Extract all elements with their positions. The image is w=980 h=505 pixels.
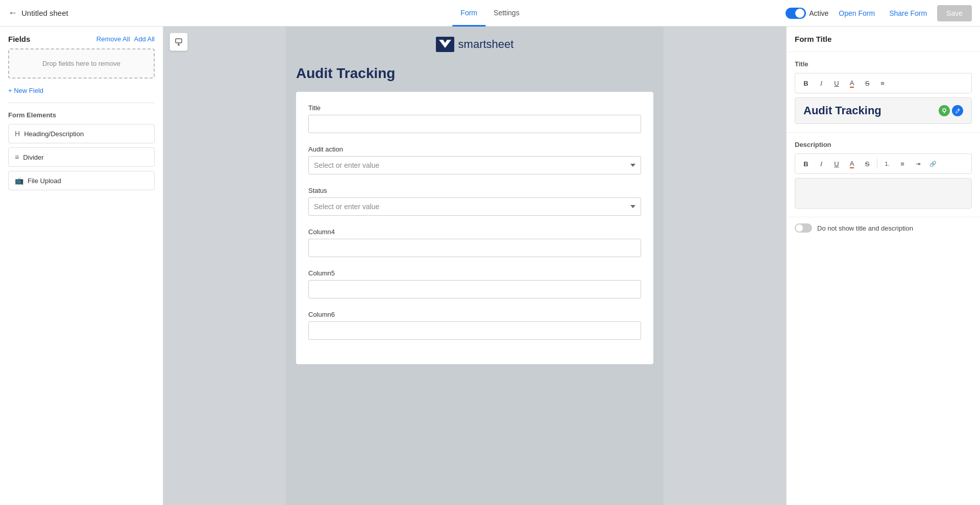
form-header: smartsheet Audit Tracking xyxy=(286,27,664,92)
nav-tabs: Form Settings xyxy=(452,0,527,26)
form-field-audit-action: Audit action Select or enter value xyxy=(308,145,641,174)
tab-settings[interactable]: Settings xyxy=(485,1,528,27)
nav-right: Active Open Form Share Form Save xyxy=(786,5,972,21)
svg-point-5 xyxy=(943,109,946,112)
save-button[interactable]: Save xyxy=(937,5,972,21)
drop-zone[interactable]: Drop fields here to remove xyxy=(8,48,155,79)
desc-fmt-ordered[interactable]: 1. xyxy=(880,157,894,170)
sheet-title: Untitled sheet xyxy=(21,9,68,17)
field-label-status: Status xyxy=(308,187,641,194)
tab-form[interactable]: Form xyxy=(452,1,485,27)
desc-fmt-indent[interactable]: ⇥ xyxy=(911,157,924,170)
fields-header: Fields Remove All Add All xyxy=(8,35,155,43)
add-all-button[interactable]: Add All xyxy=(134,35,155,43)
back-button[interactable]: ← xyxy=(8,8,17,18)
title-section-label: Title xyxy=(795,60,972,68)
active-toggle-wrap: Active xyxy=(786,8,828,19)
fmt-italic[interactable]: I xyxy=(815,77,828,90)
right-panel: Form Title Title B I U A S ≡ Audit Track… xyxy=(786,27,980,505)
desc-fmt-unordered[interactable]: ≡ xyxy=(896,157,909,170)
field-label-title: Title xyxy=(308,104,641,112)
desc-fmt-underline[interactable]: U xyxy=(830,157,843,170)
description-section-label: Description xyxy=(795,141,972,148)
section-divider xyxy=(8,103,155,103)
field-label-column4: Column4 xyxy=(308,228,641,236)
top-nav: ← Untitled sheet Form Settings Active Op… xyxy=(0,0,980,27)
desc-fmt-bold[interactable]: B xyxy=(799,157,813,170)
field-input-column4[interactable] xyxy=(308,239,641,257)
field-input-column6[interactable] xyxy=(308,321,641,340)
share-form-button[interactable]: Share Form xyxy=(885,6,931,20)
paint-roller-icon xyxy=(175,38,183,46)
form-field-status: Status Select or enter value xyxy=(308,187,641,216)
element-divider[interactable]: ≡ Divider xyxy=(8,147,155,167)
fields-actions: Remove All Add All xyxy=(96,35,155,43)
form-field-column6: Column6 xyxy=(308,311,641,340)
form-elements-title: Form Elements xyxy=(8,111,155,119)
desc-fmt-italic[interactable]: I xyxy=(815,157,828,170)
open-form-button[interactable]: Open Form xyxy=(835,6,879,20)
title-format-toolbar: B I U A S ≡ xyxy=(795,73,972,93)
svg-rect-0 xyxy=(176,39,182,43)
fields-section: Fields Remove All Add All Drop fields he… xyxy=(0,27,163,203)
field-label-column5: Column5 xyxy=(308,269,641,277)
divider-icon: ≡ xyxy=(15,153,19,161)
element-file-upload[interactable]: 📺 File Upload xyxy=(8,171,155,190)
element-heading[interactable]: H Heading/Description xyxy=(8,124,155,143)
main-layout: Fields Remove All Add All Drop fields he… xyxy=(0,27,980,505)
left-panel: Fields Remove All Add All Drop fields he… xyxy=(0,27,163,505)
desc-fmt-link[interactable]: 🔗 xyxy=(926,157,940,170)
remove-all-button[interactable]: Remove All xyxy=(96,35,130,43)
fmt-font-color[interactable]: A xyxy=(845,77,859,90)
title-preview-text: Audit Tracking xyxy=(803,104,881,117)
title-preview-box: Audit Tracking xyxy=(795,97,972,124)
description-input-box[interactable] xyxy=(795,178,972,209)
new-field-button[interactable]: + New Field xyxy=(8,87,43,94)
title-icons xyxy=(939,105,963,116)
form-field-column4: Column4 xyxy=(308,228,641,257)
desc-format-toolbar: B I U A S 1. ≡ ⇥ 🔗 xyxy=(795,154,972,174)
toggle-label: Do not show title and description xyxy=(817,224,913,232)
desc-fmt-font-color[interactable]: A xyxy=(845,157,859,170)
field-label-audit-action: Audit action xyxy=(308,145,641,153)
logo-svg xyxy=(436,37,454,52)
field-select-audit-action[interactable]: Select or enter value xyxy=(308,156,641,174)
desc-fmt-strikethrough[interactable]: S xyxy=(861,157,874,170)
fmt-align[interactable]: ≡ xyxy=(876,77,889,90)
edit-icon xyxy=(954,108,961,114)
svg-rect-2 xyxy=(178,44,180,45)
form-field-column5: Column5 xyxy=(308,269,641,298)
fmt-bold[interactable]: B xyxy=(799,77,813,90)
form-field-title: Title xyxy=(308,104,641,133)
field-input-title[interactable] xyxy=(308,115,641,133)
smartsheet-logo: smartsheet xyxy=(436,37,514,52)
color-circle-blue[interactable] xyxy=(952,105,963,116)
file-upload-icon: 📺 xyxy=(15,176,23,185)
color-circle-green[interactable] xyxy=(939,105,950,116)
right-panel-header: Form Title xyxy=(787,27,980,52)
description-section: Description B I U A S 1. ≡ ⇥ 🔗 xyxy=(787,133,980,217)
field-select-status[interactable]: Select or enter value xyxy=(308,197,641,216)
canvas-toolbar-button[interactable] xyxy=(169,33,188,51)
form-preview-container: smartsheet Audit Tracking Title Audit ac… xyxy=(286,27,664,505)
toggle-row: Do not show title and description xyxy=(787,217,980,239)
active-toggle[interactable] xyxy=(786,8,806,19)
fmt-strikethrough[interactable]: S xyxy=(861,77,874,90)
heading-icon: H xyxy=(15,130,20,138)
fmt-underline[interactable]: U xyxy=(830,77,843,90)
fields-title: Fields xyxy=(8,35,30,43)
show-title-toggle[interactable] xyxy=(795,223,812,233)
form-body: Title Audit action Select or enter value… xyxy=(296,92,653,364)
nav-left: ← Untitled sheet xyxy=(8,8,68,18)
location-icon xyxy=(941,108,947,114)
center-canvas: smartsheet Audit Tracking Title Audit ac… xyxy=(163,27,786,505)
fmt-divider xyxy=(877,159,877,169)
field-input-column5[interactable] xyxy=(308,280,641,298)
field-label-column6: Column6 xyxy=(308,311,641,318)
active-label: Active xyxy=(809,9,828,17)
title-section: Title B I U A S ≡ Audit Tracking xyxy=(787,52,980,133)
form-title-display: Audit Tracking xyxy=(296,60,653,92)
